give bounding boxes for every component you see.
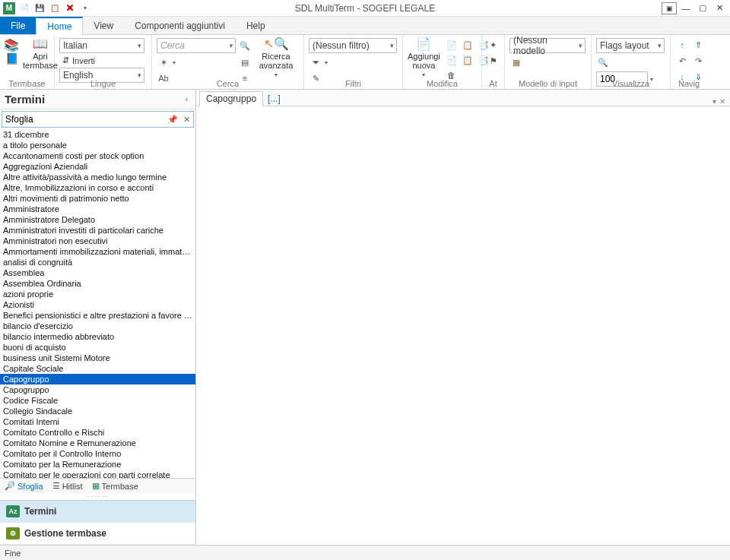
term-item[interactable]: bilancio d'esercizio bbox=[0, 321, 195, 331]
tab-hitlist[interactable]: ☰Hitlist bbox=[48, 479, 87, 493]
term-item[interactable]: a titolo personale bbox=[0, 140, 195, 150]
model-icon[interactable]: ▦ bbox=[509, 55, 523, 69]
doc-tab-active[interactable]: Capogruppo bbox=[199, 91, 263, 106]
ribbon-toggle-icon[interactable]: ▣ bbox=[662, 2, 677, 14]
group-label-modifica: Modifica bbox=[403, 79, 481, 88]
term-item[interactable]: Codice Fiscale bbox=[0, 395, 195, 406]
termbase-settings-icon[interactable]: 📘 bbox=[5, 53, 18, 64]
tab-sfoglia[interactable]: 🔎Sfoglia bbox=[0, 479, 48, 493]
search-go-icon[interactable]: 🔍 bbox=[238, 39, 252, 52]
at-icon-1[interactable]: ✦ bbox=[487, 38, 500, 52]
advanced-search-button[interactable]: ↖🔍 Ricerca avanzata ▾ bbox=[255, 36, 297, 78]
content-area: Termini ‹ 📌 ✕ 31 dicembrea titolo person… bbox=[0, 90, 730, 545]
term-item[interactable]: Comitato per le operazioni con parti cor… bbox=[0, 470, 195, 478]
layout-select[interactable]: Flags layout bbox=[596, 38, 665, 53]
edit-icon-1[interactable]: 📄 bbox=[445, 38, 459, 52]
term-item[interactable]: Comitato per il Controllo Interno bbox=[0, 448, 195, 459]
termbase-list-icon[interactable]: 📚 bbox=[4, 40, 19, 52]
search-box[interactable]: Cerca bbox=[157, 38, 236, 53]
search-opt2-icon[interactable]: ▤ bbox=[238, 55, 252, 69]
termini-icon: Az bbox=[6, 505, 20, 517]
tab-addons[interactable]: Componenti aggiuntivi bbox=[124, 17, 236, 34]
term-item[interactable]: Comitato Nomine e Remunerazione bbox=[0, 438, 195, 448]
open-termbase-button[interactable]: 📖 Apri termbase bbox=[23, 36, 58, 70]
term-item[interactable]: Amministratore bbox=[0, 204, 195, 214]
term-item[interactable]: Comitati Interni bbox=[0, 416, 195, 427]
invert-languages-button[interactable]: ⇵ Inverti bbox=[59, 55, 144, 66]
term-item[interactable]: Azionisti bbox=[0, 299, 195, 310]
term-item[interactable]: Altre attività/passività a medio lungo t… bbox=[0, 172, 195, 182]
term-item[interactable]: azioni proprie bbox=[0, 289, 195, 299]
term-item[interactable]: Capogruppo bbox=[0, 374, 195, 384]
term-item[interactable]: Assemblea Ordinaria bbox=[0, 278, 195, 289]
term-item[interactable]: Accantonamenti costi per stock option bbox=[0, 150, 195, 161]
save-icon[interactable]: 💾 bbox=[33, 2, 46, 14]
term-item[interactable]: bilancio intermedio abbreviato bbox=[0, 331, 195, 342]
term-search-input[interactable] bbox=[2, 114, 166, 125]
filter-funnel-icon[interactable]: ⏷ bbox=[309, 55, 322, 69]
add-new-button[interactable]: 📄 Aggiungi nuova ▾ bbox=[408, 36, 440, 78]
term-item[interactable]: buoni di acquisto bbox=[0, 342, 195, 353]
term-item[interactable]: Aggregazioni Aziendali bbox=[0, 161, 195, 172]
tab-termbase[interactable]: ▦Termbase bbox=[87, 479, 143, 493]
edit-icon-2[interactable]: 📋 bbox=[461, 38, 474, 52]
close-button[interactable]: ✕ bbox=[712, 2, 727, 14]
titlebar: M 📄 💾 📋 🗙 ▾ SDL MultiTerm - SOGEFI LEGAL… bbox=[0, 0, 730, 17]
term-item[interactable]: analisi di congruità bbox=[0, 257, 195, 267]
term-item[interactable]: business unit Sistemi Motore bbox=[0, 353, 195, 363]
copy-icon[interactable]: 📋 bbox=[49, 2, 61, 14]
term-item[interactable]: Capitale Sociale bbox=[0, 363, 195, 374]
term-search-row: 📌 ✕ bbox=[2, 111, 194, 128]
browse-icon: 🔎 bbox=[5, 481, 15, 491]
pin-icon[interactable]: 📌 bbox=[166, 115, 179, 125]
nav-top-icon[interactable]: ⇑ bbox=[691, 38, 705, 52]
nav-gestione[interactable]: ⚙ Gestione termbase bbox=[0, 523, 195, 545]
group-label-filtri: Filtri bbox=[304, 79, 402, 88]
term-item[interactable]: Altri movimenti di patrimonio netto bbox=[0, 193, 195, 204]
edit-icon-5[interactable]: 📋 bbox=[461, 53, 474, 67]
ribbon-group-visualizza: Flags layout 🔍 ▾ Visualizza bbox=[592, 35, 671, 89]
term-item[interactable]: Amministratori non esecutivi bbox=[0, 236, 195, 246]
term-item[interactable]: Capogruppo bbox=[0, 384, 195, 395]
nav-termini[interactable]: Az Termini bbox=[0, 501, 195, 523]
term-item[interactable]: Amministratore Delegato bbox=[0, 214, 195, 225]
nav-fwd-icon[interactable]: ↷ bbox=[691, 54, 705, 68]
term-item[interactable]: Benefici pensionistici e altre prestazio… bbox=[0, 310, 195, 321]
term-item[interactable]: Comitato per la Remunerazione bbox=[0, 459, 195, 470]
input-model-select[interactable]: (Nessun modello bbox=[509, 38, 586, 53]
maximize-button[interactable]: ▢ bbox=[695, 2, 710, 14]
minimize-button[interactable]: — bbox=[678, 2, 694, 14]
tab-view[interactable]: View bbox=[83, 17, 124, 34]
term-item[interactable]: Collegio Sindacale bbox=[0, 406, 195, 416]
tab-home[interactable]: Home bbox=[36, 17, 83, 35]
clear-icon[interactable]: ✕ bbox=[179, 115, 193, 125]
at-icon-2[interactable]: ⚑ bbox=[487, 54, 500, 68]
tab-file[interactable]: File bbox=[0, 17, 36, 34]
doc-tabs-dropdown-icon[interactable]: ▾ bbox=[713, 97, 716, 106]
term-item[interactable]: Assemblea bbox=[0, 267, 195, 278]
term-item[interactable]: Ammortamenti immobilizzazioni materiali,… bbox=[0, 246, 195, 257]
nav-up-icon[interactable]: ↑ bbox=[675, 38, 689, 52]
group-label-cerca: Cerca bbox=[152, 79, 303, 88]
source-language-select[interactable]: Italian bbox=[59, 38, 144, 53]
filter-select[interactable]: (Nessun filtro) bbox=[309, 38, 397, 53]
zoom-icon[interactable]: 🔍 bbox=[596, 55, 610, 69]
nav-back-icon[interactable]: ↶ bbox=[675, 54, 689, 68]
dictionary-icon: 📖 bbox=[33, 38, 48, 50]
doc-tab-extra[interactable]: [...] bbox=[263, 92, 285, 106]
edit-icon-4[interactable]: 📄 bbox=[445, 53, 459, 67]
collapse-panel-icon[interactable]: ‹ bbox=[182, 95, 191, 103]
right-panel: Capogruppo [...] ▾ ✕ bbox=[196, 90, 730, 545]
qat-dropdown-icon[interactable]: ▾ bbox=[79, 2, 91, 14]
term-item[interactable]: 31 dicembre bbox=[0, 129, 195, 140]
doc-tabs-close-icon[interactable]: ✕ bbox=[719, 97, 725, 106]
search-opt1-icon[interactable]: ✶ bbox=[157, 55, 170, 69]
term-list[interactable]: 31 dicembrea titolo personaleAccantoname… bbox=[0, 129, 195, 478]
term-item[interactable]: Comitato Controllo e Rischi bbox=[0, 427, 195, 438]
term-item[interactable]: Amministratori investiti di particolari … bbox=[0, 225, 195, 236]
status-text: Fine bbox=[5, 549, 21, 558]
new-icon[interactable]: 📄 bbox=[18, 2, 30, 14]
tab-help[interactable]: Help bbox=[236, 17, 276, 34]
delete-icon[interactable]: 🗙 bbox=[64, 2, 76, 14]
term-item[interactable]: Altre, Immobilizzazioni in corso e accon… bbox=[0, 182, 195, 193]
